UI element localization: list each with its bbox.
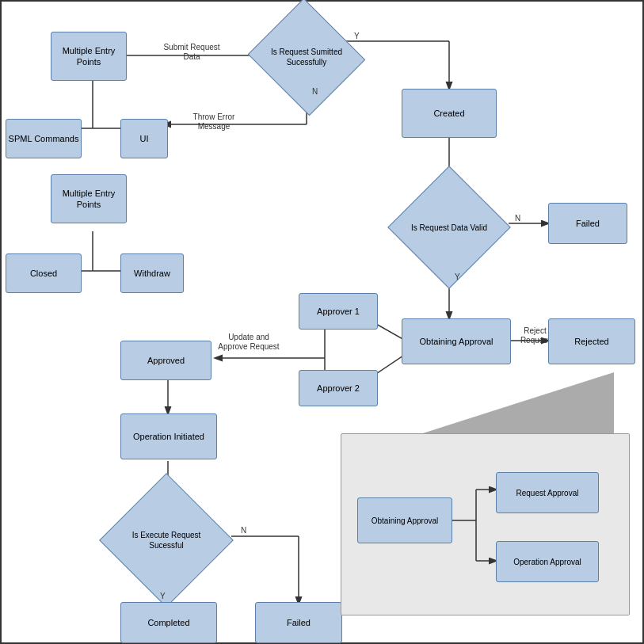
throw-error-label: Throw Error Message — [182, 112, 246, 131]
rejected-box: Rejected — [548, 318, 635, 364]
legend-bracket — [341, 434, 631, 616]
spml-box: SPML Commands — [6, 119, 82, 158]
submit-request-label: Submit Request Data — [156, 43, 227, 62]
created-box: Created — [402, 89, 497, 138]
diagram-container: Multiple Entry Points Is Request Sumitte… — [0, 0, 644, 644]
obtaining-approval-box: Obtaining Approval — [402, 318, 511, 364]
is-request-valid-diamond: Is Request Data Valid — [406, 184, 493, 271]
completed-box: Completed — [120, 602, 217, 643]
n-label-1: N — [312, 87, 318, 97]
ui-box: UI — [120, 119, 168, 158]
n-label-2: N — [515, 214, 520, 223]
y-label-3: Y — [160, 592, 166, 601]
approver1-box: Approver 1 — [299, 293, 378, 330]
failed-bottom-box: Failed — [255, 602, 342, 643]
n-label-3: N — [241, 526, 246, 535]
approved-box: Approved — [120, 341, 211, 380]
legend-request-approval: Request Approval — [496, 472, 599, 513]
legend-operation-approval: Operation Approval — [496, 541, 599, 582]
closed-box: Closed — [6, 253, 82, 293]
multiple-entry-top: Multiple Entry Points — [51, 32, 127, 81]
multiple-entry-mid: Multiple Entry Points — [51, 174, 127, 223]
update-approve-label: Update and Approve Request — [217, 333, 280, 352]
withdraw-box: Withdraw — [120, 253, 184, 293]
y-label-2: Y — [455, 272, 460, 282]
operation-initiated-box: Operation Initiated — [120, 413, 217, 459]
failed-top-box: Failed — [548, 203, 627, 244]
is-request-submitted-diamond: Is Request Sumitted Sucessfully — [263, 17, 350, 97]
y-label-1: Y — [354, 32, 360, 41]
is-execute-diamond: Is Execute Request Sucessful — [119, 493, 214, 588]
legend-area: Obtaining Approval Request Approval Oper… — [341, 433, 630, 615]
